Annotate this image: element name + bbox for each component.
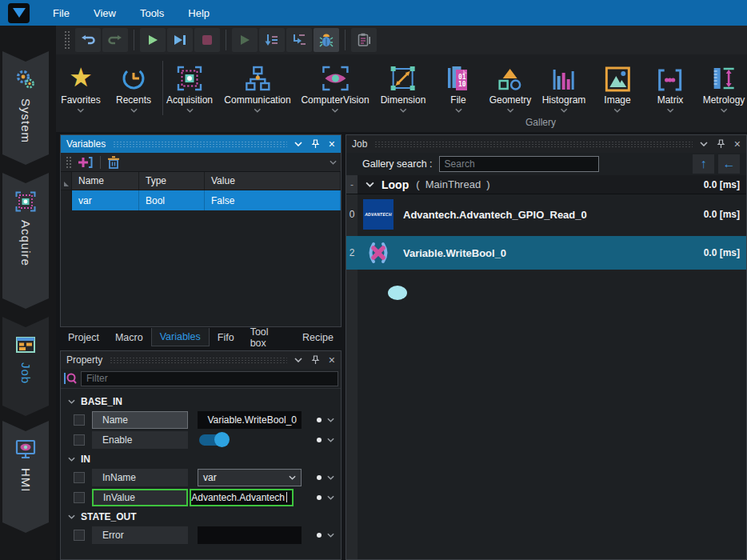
checkbox[interactable] xyxy=(74,434,85,446)
panel-drag-texture[interactable] xyxy=(374,141,692,148)
gallery-item-computervision[interactable]: ComputerVision xyxy=(301,58,369,113)
binding-dot-icon[interactable] xyxy=(317,495,322,500)
toolbar-grip[interactable] xyxy=(66,156,71,169)
chevron-down-icon[interactable] xyxy=(327,533,334,538)
gallery-item-metrology[interactable]: Metrology xyxy=(703,58,745,113)
pin-icon[interactable] xyxy=(717,139,725,149)
chevron-down-icon[interactable] xyxy=(399,108,406,113)
checkbox[interactable] xyxy=(74,472,85,483)
tab-fifo[interactable]: Fifo xyxy=(210,328,242,346)
property-label-highlighted[interactable]: InValue xyxy=(92,489,188,506)
gallery-item-matrix[interactable]: Matrix xyxy=(657,58,684,113)
loop-header-row[interactable]: - Loop ( MainThread ) 0.0 [ms] xyxy=(346,175,746,194)
tab-variables[interactable]: Variables xyxy=(151,328,210,346)
checkbox[interactable] xyxy=(74,414,85,426)
pin-icon[interactable] xyxy=(311,355,320,365)
gallery-item-favorites[interactable]: ★ Favorites xyxy=(61,58,100,113)
tab-macro[interactable]: Macro xyxy=(107,328,151,346)
toolbar-grip[interactable] xyxy=(64,30,70,50)
inname-dropdown[interactable]: var xyxy=(198,469,302,486)
binding-dot-icon[interactable] xyxy=(317,418,322,422)
gallery-item-image[interactable]: Image xyxy=(604,58,630,113)
variable-value[interactable]: False xyxy=(205,190,341,210)
step-into-button[interactable] xyxy=(259,28,285,52)
move-up-button[interactable]: ↑ xyxy=(693,154,714,174)
stop-button[interactable] xyxy=(194,28,220,52)
chevron-down-icon[interactable] xyxy=(613,108,621,113)
tab-project[interactable]: Project xyxy=(60,328,107,346)
job-item-writebool[interactable]: 2 Variable.WriteBool_0 0.0 [ms] xyxy=(346,236,746,270)
close-icon[interactable]: × xyxy=(329,354,335,366)
step-run-button[interactable] xyxy=(167,28,193,52)
sidebar-tab-acquire[interactable]: Acquire xyxy=(2,173,49,309)
report-button[interactable] xyxy=(351,28,377,52)
gallery-item-recents[interactable]: Recents xyxy=(116,58,151,113)
chevron-down-icon[interactable] xyxy=(254,108,262,113)
chevron-down-icon[interactable] xyxy=(332,108,339,113)
property-panel-header[interactable]: Property × xyxy=(61,351,341,369)
property-label[interactable]: InName xyxy=(92,469,188,486)
variable-name[interactable]: var xyxy=(72,190,139,210)
binding-dot-icon[interactable] xyxy=(317,475,322,480)
run-button[interactable] xyxy=(140,28,166,52)
panel-drag-texture[interactable] xyxy=(113,141,287,148)
chevron-down-icon[interactable] xyxy=(327,438,334,442)
back-button[interactable]: ← xyxy=(718,154,740,174)
menu-tools[interactable]: Tools xyxy=(128,0,176,26)
job-panel-header[interactable]: Job × xyxy=(346,135,746,153)
error-value-field[interactable] xyxy=(198,526,302,544)
sidebar-tab-job[interactable]: Job xyxy=(2,317,49,416)
section-base-in[interactable]: BASE_IN xyxy=(64,394,338,410)
menu-file[interactable]: File xyxy=(41,0,82,26)
enable-toggle[interactable] xyxy=(199,434,228,446)
chevron-down-icon[interactable] xyxy=(130,108,138,113)
chevron-down-icon[interactable] xyxy=(327,475,334,480)
variable-row-selected[interactable]: var Bool False xyxy=(61,190,341,210)
tab-toolbox[interactable]: Tool box xyxy=(242,328,294,346)
redo-button[interactable] xyxy=(102,28,128,52)
chevron-down-icon[interactable] xyxy=(327,495,334,500)
sidebar-tab-system[interactable]: System xyxy=(2,51,49,165)
property-label[interactable]: Error xyxy=(92,526,188,544)
gallery-item-file[interactable]: 0110 File xyxy=(446,58,470,113)
close-icon[interactable]: × xyxy=(329,138,335,150)
chevron-down-icon[interactable] xyxy=(77,108,84,113)
chevron-down-icon[interactable] xyxy=(455,108,462,113)
section-in[interactable]: IN xyxy=(64,451,338,467)
undo-button[interactable] xyxy=(75,28,101,52)
checkbox[interactable] xyxy=(74,530,85,541)
gallery-item-histogram[interactable]: Histogram xyxy=(542,58,586,113)
menu-help[interactable]: Help xyxy=(176,0,222,26)
column-header-type[interactable]: Type xyxy=(139,172,205,190)
variables-panel-header[interactable]: Variables × xyxy=(61,135,341,153)
column-header-name[interactable]: Name xyxy=(72,172,139,190)
chevron-down-icon[interactable] xyxy=(721,108,728,113)
add-variable-button[interactable] xyxy=(76,156,96,169)
filter-input[interactable] xyxy=(81,371,338,386)
column-header-value[interactable]: Value xyxy=(205,172,341,190)
name-value-field[interactable]: Variable.WriteBool_0 xyxy=(198,411,302,429)
chevron-down-icon[interactable] xyxy=(294,142,302,146)
gallery-item-dimension[interactable]: Dimension xyxy=(381,58,426,113)
gallery-item-acquisition[interactable]: Acquisition xyxy=(166,58,213,113)
invalue-field[interactable]: Advantech.Advantech xyxy=(190,489,294,506)
chevron-down-icon[interactable] xyxy=(561,108,568,113)
tab-recipe[interactable]: Recipe xyxy=(294,328,342,346)
binding-dot-icon[interactable] xyxy=(317,533,322,538)
chevron-down-icon[interactable] xyxy=(327,418,334,422)
gallery-item-geometry[interactable]: Geometry xyxy=(489,58,532,113)
job-item-gpio-read[interactable]: 0 ADVANTECH Advantech.Advantech_GPIO_Rea… xyxy=(346,198,746,231)
chevron-down-icon[interactable] xyxy=(700,142,708,146)
pin-icon[interactable] xyxy=(311,139,320,149)
gallery-search-input[interactable] xyxy=(439,156,599,172)
variable-type[interactable]: Bool xyxy=(139,190,205,210)
sidebar-tab-hmi[interactable]: HMI xyxy=(2,421,49,533)
toolbar-overflow-icon[interactable] xyxy=(330,160,337,165)
menu-view[interactable]: View xyxy=(82,0,128,26)
checkbox[interactable] xyxy=(74,492,85,503)
collapse-chevron-icon[interactable] xyxy=(366,182,374,187)
chevron-down-icon[interactable] xyxy=(507,108,514,113)
panel-drag-texture[interactable] xyxy=(110,357,286,364)
binding-dot-icon[interactable] xyxy=(317,438,322,442)
step-over-button[interactable] xyxy=(286,28,312,52)
